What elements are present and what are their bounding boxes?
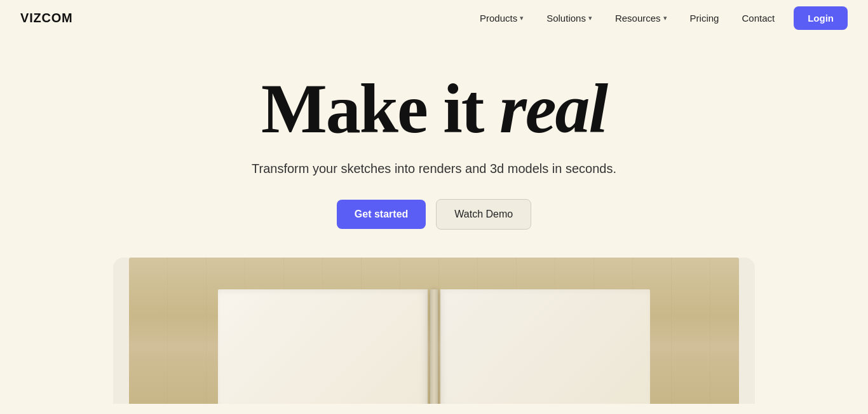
demo-preview-container xyxy=(113,258,755,404)
login-button[interactable]: Login xyxy=(794,6,848,30)
nav-label-solutions: Solutions xyxy=(546,13,586,24)
nav-label-contact: Contact xyxy=(742,13,775,24)
chevron-down-icon: ▾ xyxy=(588,14,592,22)
hero-subtitle: Transform your sketches into renders and… xyxy=(252,162,616,176)
demo-preview-inner xyxy=(129,258,739,404)
hero-title-part1: Make it xyxy=(261,70,499,148)
nav-item-resources[interactable]: Resources ▾ xyxy=(606,8,676,29)
nav-item-products[interactable]: Products ▾ xyxy=(471,8,532,29)
nav-links: Products ▾ Solutions ▾ Resources ▾ Prici… xyxy=(471,6,848,30)
nav-item-solutions[interactable]: Solutions ▾ xyxy=(538,8,601,29)
hero-cta-buttons: Get started Watch Demo xyxy=(337,199,531,230)
chevron-down-icon: ▾ xyxy=(663,14,667,22)
navbar: VIZCOM Products ▾ Solutions ▾ Resources … xyxy=(0,0,868,36)
notebook-image xyxy=(218,289,650,404)
notebook-spine xyxy=(430,289,438,404)
nav-label-resources: Resources xyxy=(615,13,661,24)
brand-logo[interactable]: VIZCOM xyxy=(20,11,73,25)
hero-title-italic: real xyxy=(499,70,607,148)
hero-section: Make it real Transform your sketches int… xyxy=(0,36,868,404)
notebook-left-page xyxy=(218,289,428,404)
nav-label-products: Products xyxy=(480,13,517,24)
watch-demo-button[interactable]: Watch Demo xyxy=(436,199,531,230)
chevron-down-icon: ▾ xyxy=(520,14,524,22)
get-started-button[interactable]: Get started xyxy=(337,200,426,229)
nav-item-pricing[interactable]: Pricing xyxy=(681,8,728,29)
nav-item-contact[interactable]: Contact xyxy=(733,8,783,29)
nav-label-pricing: Pricing xyxy=(690,13,719,24)
notebook-right-page xyxy=(440,289,650,404)
hero-title: Make it real xyxy=(261,74,607,144)
